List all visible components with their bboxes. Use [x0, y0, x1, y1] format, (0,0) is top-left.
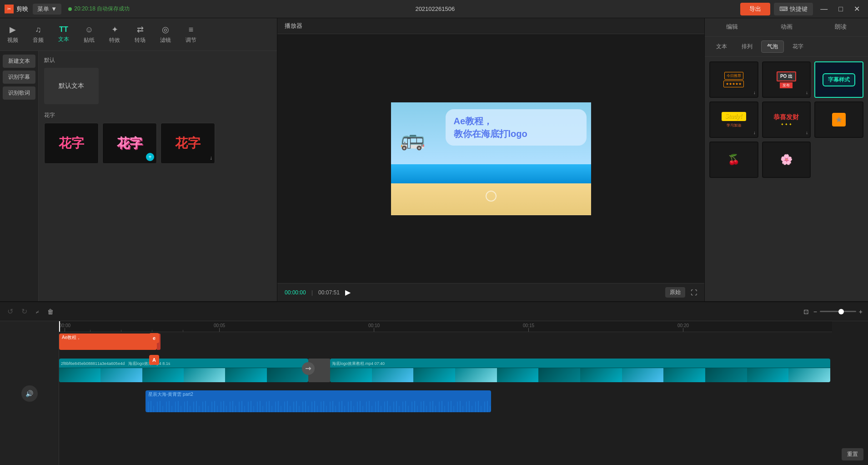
toolbar-sticker[interactable]: ☺ 贴纸	[76, 22, 102, 47]
sticker-card-1[interactable]: 今日推荐 ★★★★★ ↓	[709, 61, 758, 98]
transition-marker[interactable]	[302, 362, 315, 375]
timeline-tracks: 00:00 00:05 00:10 00:15 00:20	[59, 321, 868, 465]
toolbar-sticker-label: 贴纸	[84, 36, 95, 44]
split-button[interactable]: ⌿	[34, 308, 41, 315]
zoom-control: ⊡ − +	[802, 308, 863, 315]
tab-animation[interactable]: 动画	[759, 18, 814, 36]
a-marker[interactable]: A	[149, 355, 159, 365]
toolbar-video[interactable]: ▶ 视频	[0, 22, 25, 47]
sticker-card-6[interactable]: ★	[814, 101, 863, 138]
sticker-2-image: PO 出 发布	[763, 62, 810, 97]
filter-icon: ◎	[162, 25, 169, 35]
project-title: 202102261506	[130, 5, 740, 12]
text-clip-label: Ae教程，	[59, 334, 84, 341]
right-subtabs: 文本 排列 气泡 花字	[705, 37, 868, 57]
huazi-cards-container: 花字 花字 + 花字 ↓	[44, 123, 271, 164]
video-clip-1[interactable]: 2f8bf6e845eb088811a3e4a605e4d 海底logo效果.m…	[59, 359, 308, 382]
huazi-text-3: 花字	[175, 135, 201, 152]
zoom-slider[interactable]	[820, 311, 856, 312]
shortcut-button[interactable]: ⌨ 快捷键	[774, 3, 813, 15]
toolbar-audio[interactable]: ♫ 音频	[25, 22, 51, 47]
sticker-1-image: 今日推荐 ★★★★★	[710, 62, 758, 97]
minimize-button[interactable]: —	[817, 5, 831, 13]
add-badge: +	[146, 153, 154, 161]
toolbar-text[interactable]: TT 文本	[51, 23, 76, 46]
current-time: 00:00:00	[285, 289, 306, 296]
audio-track-row: 星辰大海-黄霄雲 part2	[59, 389, 832, 416]
audio-icon: ♫	[35, 25, 41, 35]
right-panel: 编辑 动画 朗读 文本 排列 气泡 花字 今日推荐 ★★★★★	[704, 18, 868, 301]
sticker-icon: ☺	[85, 25, 93, 35]
toolbar-filter[interactable]: ◎ 滤镜	[153, 22, 178, 47]
zoom-in-button[interactable]: +	[859, 308, 863, 315]
toolbar-transition-label: 转场	[135, 36, 146, 44]
subtab-text[interactable]: 文本	[710, 40, 733, 53]
ruler-mark-15: 00:15	[523, 323, 534, 332]
sticker-card-3[interactable]: 字幕样式	[814, 61, 863, 98]
sticker-card-8[interactable]: 🌸	[762, 142, 811, 178]
huazi-card-2[interactable]: 花字 +	[102, 123, 157, 164]
status-dot	[68, 7, 72, 11]
text-icon: TT	[59, 25, 68, 34]
ruler-mark-5: 00:05	[214, 323, 225, 332]
player-header: 播放器	[277, 18, 704, 34]
subtab-huazi[interactable]: 花字	[787, 40, 809, 53]
tracks-area: e Ae教程， A	[59, 332, 832, 465]
subtab-bubble[interactable]: 气泡	[761, 40, 784, 53]
zoom-out-button[interactable]: −	[813, 308, 817, 315]
transition-icon: ⇄	[137, 25, 144, 35]
video-preview: 🚌 Ae教程，教你在海底打logo	[391, 102, 591, 215]
recognize-subtitle-button[interactable]: 识别字幕	[3, 71, 35, 84]
toolbar-adjust[interactable]: ≡ 调节	[178, 22, 204, 47]
app-logo: ✂ 剪映	[5, 5, 28, 14]
sticker-card-2[interactable]: PO 出 发布 ↓	[762, 61, 811, 98]
delete-button[interactable]: 🗑	[45, 308, 55, 315]
app-name: 剪映	[16, 5, 28, 13]
fullscreen-button[interactable]: ⛶	[691, 289, 697, 296]
sticker-3-image: 字幕样式	[815, 62, 863, 97]
sticker-study-image: Study! 学习加油	[710, 102, 758, 137]
toolbar-adjust-label: 调节	[186, 36, 196, 44]
volume-button[interactable]: 🔊	[21, 385, 38, 402]
huazi-card-3[interactable]: 花字 ↓	[161, 123, 215, 164]
video-thumbnails-1	[59, 368, 308, 382]
left-panel: ▶ 视频 ♫ 音频 TT 文本 ☺ 贴纸 ✦ 特效 ⇄ 转场	[0, 18, 277, 301]
ruler-mark-10: 00:10	[368, 323, 380, 332]
tab-edit[interactable]: 编辑	[705, 18, 759, 36]
sticker-card-7[interactable]: 🍒	[709, 142, 758, 178]
video-track-row: 2f8bf6e845eb088811a3e4a605e4d 海底logo效果.m…	[59, 355, 832, 387]
play-button[interactable]: ▶	[345, 288, 351, 297]
undo-button[interactable]: ↺	[5, 307, 15, 316]
huazi-card-1[interactable]: 花字	[44, 123, 99, 164]
maximize-button[interactable]: □	[835, 5, 847, 13]
toolbar-transition[interactable]: ⇄ 转场	[127, 22, 153, 47]
sticker-5-image: 恭喜发财 ✦ ✦ ✦	[763, 102, 810, 137]
sticker-card-study[interactable]: Study! 学习加油 ↓	[709, 101, 758, 138]
toolbar-effects[interactable]: ✦ 特效	[102, 22, 127, 47]
tab-narration[interactable]: 朗读	[813, 18, 868, 36]
menu-button[interactable]: 菜单 ▼	[33, 4, 61, 15]
bus-icon: 🚌	[400, 127, 425, 151]
close-button[interactable]: ✕	[850, 5, 863, 13]
center-circle	[486, 191, 497, 202]
redo-button[interactable]: ↻	[20, 307, 29, 316]
subtab-arrange[interactable]: 排列	[736, 40, 758, 53]
text-clip[interactable]: Ae教程，	[59, 334, 157, 350]
video-clip-2[interactable]: 海底logo效果教程.mp4 07:40	[330, 359, 830, 382]
zoom-fit-button[interactable]: ⊡	[802, 308, 811, 315]
e-marker[interactable]: e	[149, 333, 159, 343]
default-text-card[interactable]: 默认文本	[44, 68, 99, 104]
huazi-text-2: 花字	[117, 135, 142, 152]
export-button[interactable]: 导出	[740, 3, 770, 15]
timeline-ruler: 00:00 00:05 00:10 00:15 00:20	[59, 321, 832, 332]
original-button[interactable]: 原始	[665, 287, 685, 298]
player-area: 🚌 Ae教程，教你在海底打logo	[277, 34, 704, 283]
new-text-button[interactable]: 新建文本	[3, 55, 35, 68]
sticker-card-5[interactable]: 恭喜发财 ✦ ✦ ✦ ↓	[762, 101, 811, 138]
recognize-lyrics-button[interactable]: 识别歌词	[3, 86, 35, 100]
default-text-label: 默认文本	[59, 82, 84, 90]
timeline-left-rail: 🔊	[0, 321, 59, 465]
audio-clip[interactable]: 星辰大海-黄霄雲 part2	[146, 390, 491, 412]
timeline-content: 🔊 00:00 00:05 00:10	[0, 321, 868, 465]
toolbar-text-label: 文本	[58, 35, 69, 43]
